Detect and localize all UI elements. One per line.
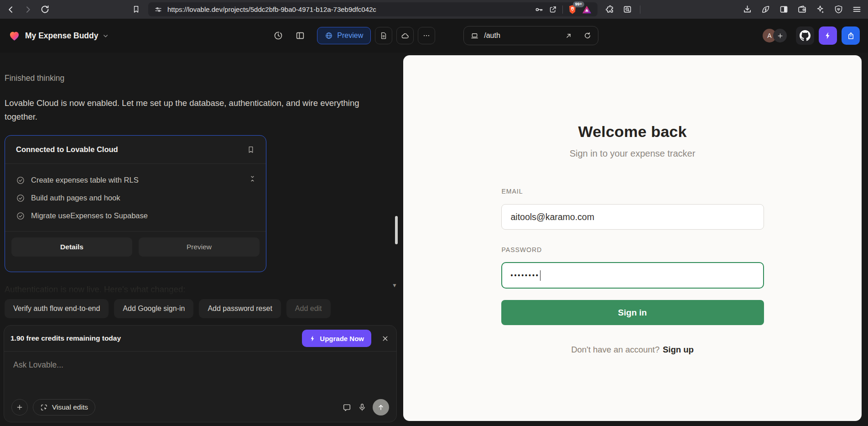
reload-icon[interactable] <box>40 5 50 14</box>
history-icon[interactable] <box>273 31 283 41</box>
bookmark-icon[interactable] <box>132 5 140 14</box>
suggestion-chip[interactable]: Add edit <box>286 299 331 318</box>
task-row: Build auth pages and hook <box>16 189 255 207</box>
visual-edits-button[interactable]: Visual edits <box>33 399 95 415</box>
energy-bolt-button[interactable] <box>819 26 837 45</box>
cloud-card-title: Connected to Lovable Cloud <box>16 145 118 154</box>
layout-panel-icon[interactable] <box>295 31 305 41</box>
project-title[interactable]: My Expense Buddy <box>25 31 98 41</box>
page-subtitle: Sign in to your expense tracker <box>501 148 764 159</box>
key-icon[interactable] <box>535 5 544 14</box>
signup-link[interactable]: Sign up <box>663 345 694 354</box>
downloads-icon[interactable] <box>743 5 752 14</box>
email-label: EMAIL <box>502 188 523 195</box>
more-options-button[interactable] <box>418 27 435 44</box>
password-masked-value: •••••••• <box>511 272 540 279</box>
check-circle-icon <box>16 194 25 203</box>
signin-button[interactable]: Sign in <box>501 300 764 325</box>
preview-button-label: Preview <box>337 32 363 40</box>
browser-toolbar: https://lovable.dev/projects/5ddc2bfb-9b… <box>0 0 868 19</box>
collapse-icon[interactable] <box>249 175 256 183</box>
sidebar-icon[interactable] <box>779 5 789 14</box>
check-circle-icon <box>16 176 25 185</box>
task-label: Create expenses table with RLS <box>31 176 139 184</box>
composer-right-controls <box>342 399 389 415</box>
preview-route-bar[interactable]: /auth <box>463 26 598 45</box>
password-label: PASSWORD <box>502 246 542 253</box>
menu-icon[interactable] <box>852 5 862 14</box>
invite-plus-button[interactable] <box>773 29 787 42</box>
composer: 1.90 free credits remaining today Upgrad… <box>4 325 397 422</box>
cloud-button[interactable] <box>396 27 414 44</box>
chat-scrollbar-thumb[interactable] <box>395 216 398 244</box>
microphone-icon[interactable] <box>358 403 367 412</box>
tune-icon[interactable] <box>154 5 162 14</box>
password-field[interactable]: •••••••• <box>501 262 764 289</box>
prompt-input[interactable] <box>13 360 287 370</box>
visual-edits-label: Visual edits <box>52 403 88 411</box>
wallet-icon[interactable] <box>797 5 807 14</box>
suggestion-chip[interactable]: Add password reset <box>199 299 281 318</box>
close-icon[interactable] <box>381 335 389 342</box>
chevron-down-icon[interactable] <box>102 32 109 39</box>
publish-button[interactable] <box>842 26 860 45</box>
forward-icon[interactable] <box>23 5 32 14</box>
thinking-status: Finished thinking <box>5 74 64 83</box>
browser-action-icons <box>743 5 862 14</box>
truncated-message: Authentication is now live. Here's what … <box>5 284 185 295</box>
ai-sparkle-icon[interactable] <box>816 5 825 14</box>
browser-window: https://lovable.dev/projects/5ddc2bfb-9b… <box>0 0 868 426</box>
preview-button[interactable]: Preview <box>317 27 371 44</box>
composer-controls: Visual edits <box>4 399 396 415</box>
text-caret <box>540 270 541 281</box>
card-preview-button[interactable]: Preview <box>139 237 260 257</box>
code-file-button[interactable] <box>375 27 392 44</box>
cloud-card-actions: Details Preview <box>5 231 266 263</box>
vpn-shield-icon[interactable] <box>834 5 843 14</box>
task-label: Migrate useExpenses to Supabase <box>31 211 148 220</box>
task-row: Create expenses table with RLS <box>16 171 255 189</box>
brave-shields-button[interactable]: 99+ <box>568 5 577 15</box>
github-button[interactable] <box>796 26 814 45</box>
cloud-card-tasks: Create expenses table with RLS Build aut… <box>5 164 266 231</box>
url-text[interactable]: https://lovable.dev/projects/5ddc2bfb-9b… <box>167 5 530 13</box>
back-icon[interactable] <box>6 5 16 14</box>
upgrade-button[interactable]: Upgrade Now <box>302 330 371 347</box>
email-field[interactable] <box>501 204 764 230</box>
search-window-icon[interactable] <box>623 5 632 14</box>
credits-banner: 1.90 free credits remaining today Upgrad… <box>4 326 396 352</box>
bookmark-icon[interactable] <box>247 146 255 154</box>
send-button[interactable] <box>373 399 389 415</box>
signup-row: Don't have an account?Sign up <box>501 345 764 355</box>
leaf-speed-icon[interactable] <box>761 5 770 14</box>
details-button[interactable]: Details <box>11 237 132 257</box>
device-laptop-icon[interactable] <box>470 32 479 40</box>
suggestion-chip[interactable]: Add Google sign-in <box>114 299 193 318</box>
check-circle-icon <box>16 211 25 221</box>
suggestion-chip[interactable]: Verify auth flow end-to-end <box>5 299 109 318</box>
route-path[interactable]: /auth <box>484 32 560 40</box>
refresh-icon[interactable] <box>583 32 592 40</box>
bolt-icon <box>309 335 316 342</box>
signup-prompt: Don't have an account? <box>571 345 660 354</box>
address-bar[interactable]: https://lovable.dev/projects/5ddc2bfb-9b… <box>148 2 598 16</box>
task-row: Migrate useExpenses to Supabase <box>16 207 255 225</box>
suggestion-chips: Verify auth flow end-to-end Add Google s… <box>5 299 397 319</box>
chat-mode-icon[interactable] <box>342 403 352 412</box>
scroll-down-arrow[interactable]: ▼ <box>392 282 397 289</box>
auth-form: Welcome back Sign in to your expense tra… <box>501 55 764 421</box>
lovable-logo-icon[interactable] <box>8 30 21 42</box>
app-preview-panel: Welcome back Sign in to your expense tra… <box>403 55 862 421</box>
upgrade-button-label: Upgrade Now <box>320 335 364 342</box>
page-title: Welcome back <box>501 123 764 141</box>
app-header: My Expense Buddy Preview /auth <box>0 19 868 53</box>
share-icon[interactable] <box>549 5 557 14</box>
attach-plus-button[interactable] <box>11 399 28 415</box>
shields-count-badge: 99+ <box>573 1 584 7</box>
credits-text: 1.90 free credits remaining today <box>10 334 121 342</box>
extensions-icon[interactable] <box>605 5 615 14</box>
open-external-icon[interactable] <box>565 32 572 40</box>
visual-edits-icon <box>40 404 48 411</box>
cloud-card-header: Connected to Lovable Cloud <box>5 136 266 164</box>
divider <box>562 5 563 14</box>
